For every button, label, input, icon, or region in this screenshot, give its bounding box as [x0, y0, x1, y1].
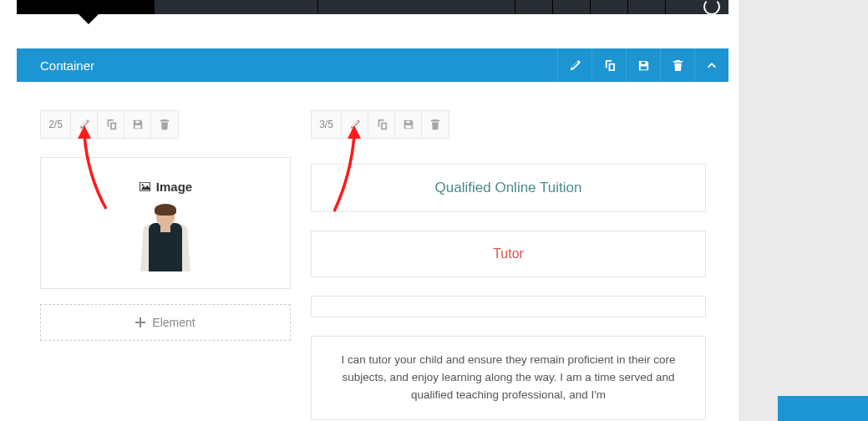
container-actions — [557, 48, 728, 82]
topbar-action[interactable] — [552, 0, 590, 14]
active-tab[interactable] — [17, 0, 154, 14]
container-edit-button[interactable] — [557, 48, 591, 82]
save-icon — [132, 119, 144, 130]
image-element-header: Image — [139, 180, 192, 194]
container-header[interactable]: Container — [17, 48, 728, 82]
column-ratio-label: 2/5 — [41, 111, 71, 138]
copy-icon — [105, 119, 117, 130]
empty-element[interactable] — [311, 296, 706, 317]
container-save-button[interactable] — [626, 48, 660, 82]
column-delete-button[interactable] — [422, 111, 449, 138]
column-delete-button[interactable] — [151, 111, 178, 138]
column-toolbar: 3/5 — [311, 110, 449, 139]
heading-text: Qualified Online Tuition — [327, 180, 690, 196]
heading-text: Tutor — [327, 246, 690, 261]
text-body: I can tutor your child and ensure they r… — [327, 352, 690, 404]
trash-icon — [672, 59, 684, 72]
image-element[interactable]: Image — [40, 157, 291, 289]
copy-icon — [376, 119, 388, 130]
topbar-action[interactable] — [590, 0, 627, 14]
save-icon — [637, 59, 650, 72]
text-element[interactable]: I can tutor your child and ensure they r… — [311, 336, 706, 420]
topbar-action[interactable] — [665, 0, 703, 14]
container-copy-button[interactable] — [591, 48, 626, 82]
add-element-label: Element — [152, 316, 195, 329]
heading-element[interactable]: Qualified Online Tuition — [311, 164, 706, 212]
update-button-partial[interactable] — [778, 396, 868, 421]
tab-divider — [154, 0, 155, 14]
column-edit-button[interactable] — [342, 111, 368, 138]
top-nav-bar — [17, 0, 728, 14]
column-save-button[interactable] — [395, 111, 422, 138]
column-edit-button[interactable] — [71, 111, 98, 138]
column-left: 2/5 Image — [40, 110, 291, 341]
image-icon — [139, 181, 151, 192]
copy-icon — [603, 59, 616, 72]
save-icon — [403, 119, 414, 130]
container-collapse-button[interactable] — [694, 48, 728, 82]
add-element-button[interactable]: Element — [40, 304, 291, 341]
column-copy-button[interactable] — [98, 111, 124, 138]
column-ratio-label: 3/5 — [312, 111, 342, 138]
plus-icon — [135, 317, 145, 327]
topbar-action[interactable] — [515, 0, 552, 14]
loading-spinner-icon — [703, 0, 720, 15]
column-save-button[interactable] — [124, 111, 151, 138]
image-element-label: Image — [156, 180, 192, 194]
chevron-up-icon — [708, 61, 716, 69]
settings-sidebar — [739, 0, 868, 421]
pencil-icon — [569, 59, 581, 72]
pencil-icon — [349, 119, 361, 130]
column-toolbar: 2/5 — [40, 110, 179, 139]
column-copy-button[interactable] — [368, 111, 395, 138]
heading-element[interactable]: Tutor — [311, 231, 706, 277]
container-title: Container — [17, 58, 94, 73]
trash-icon — [429, 119, 441, 130]
column-right: 3/5 Qualified Online Tuition Tutor I can… — [311, 110, 706, 420]
active-tab-indicator — [79, 14, 99, 24]
tab-divider — [317, 0, 318, 14]
topbar-action[interactable] — [627, 0, 665, 14]
trash-icon — [159, 119, 170, 130]
editor-canvas: Container 2/5 — [17, 0, 731, 421]
avatar-image — [142, 202, 189, 271]
container-delete-button[interactable] — [660, 48, 694, 82]
pencil-icon — [79, 119, 90, 130]
